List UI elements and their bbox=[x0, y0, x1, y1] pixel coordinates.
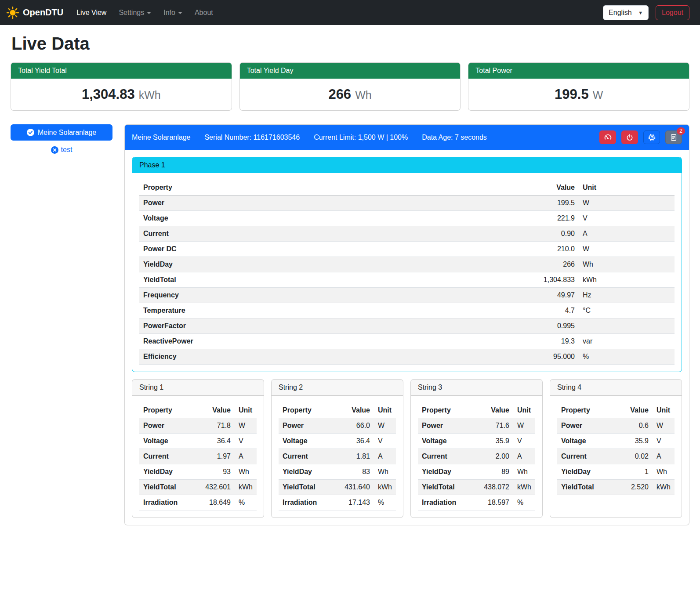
property-cell: ReactivePower bbox=[139, 334, 522, 349]
power-button[interactable] bbox=[621, 130, 638, 144]
value-cell: 0.6 bbox=[606, 418, 653, 434]
unit-cell: Hz bbox=[579, 288, 675, 303]
value-cell: 210.0 bbox=[522, 242, 579, 257]
string-title: String 4 bbox=[550, 380, 682, 396]
property-cell: Irradiation bbox=[279, 495, 328, 510]
unit-cell: Wh bbox=[653, 464, 675, 480]
page-title: Live Data bbox=[11, 34, 689, 54]
nav-live-view[interactable]: Live View bbox=[71, 5, 112, 20]
table-row: Efficiency95.000% bbox=[139, 349, 675, 365]
value-cell: 0.995 bbox=[522, 318, 579, 334]
x-circle-icon bbox=[51, 146, 58, 154]
value-cell: 49.97 bbox=[522, 288, 579, 303]
string-table: Property Value Unit Power0.6WVoltage35.9… bbox=[557, 403, 675, 495]
caret-down-icon bbox=[178, 12, 182, 14]
value-cell: 35.9 bbox=[606, 434, 653, 449]
value-cell: 2.520 bbox=[606, 480, 653, 495]
gauge-icon bbox=[604, 133, 612, 141]
table-row: Current0.90A bbox=[139, 226, 675, 242]
table-row: YieldTotal432.601kWh bbox=[139, 480, 257, 495]
nav-settings-label: Settings bbox=[119, 9, 144, 17]
value-cell: 71.8 bbox=[189, 418, 235, 434]
table-row: YieldDay89Wh bbox=[418, 464, 535, 480]
inverter-limit: Current Limit: 1,500 W | 100% bbox=[314, 134, 408, 141]
nav-about[interactable]: About bbox=[189, 5, 218, 20]
brand[interactable]: OpenDTU bbox=[6, 6, 63, 19]
column-header-value: Value bbox=[328, 403, 374, 418]
value-cell: 0.02 bbox=[606, 449, 653, 464]
limit-settings-button[interactable] bbox=[599, 130, 616, 144]
table-row: Temperature4.7°C bbox=[139, 303, 675, 318]
device-info-button[interactable] bbox=[643, 130, 660, 144]
table-row: Current1.97A bbox=[139, 449, 257, 464]
property-cell: YieldDay bbox=[279, 464, 328, 480]
phase-card: Phase 1 Property Value Unit P bbox=[132, 157, 682, 372]
column-header-value: Value bbox=[522, 180, 579, 195]
chevron-down-icon: ▼ bbox=[638, 10, 643, 15]
property-cell: YieldTotal bbox=[279, 480, 328, 495]
column-header-property: Property bbox=[139, 180, 522, 195]
property-cell: Power bbox=[139, 195, 522, 211]
unit-cell: kWh bbox=[579, 272, 675, 288]
table-header-row: Property Value Unit bbox=[139, 403, 257, 418]
unit-cell: % bbox=[374, 495, 396, 510]
unit-cell: W bbox=[579, 195, 675, 211]
card-total-yield-day: Total Yield Day 266 Wh bbox=[239, 62, 461, 111]
power-icon bbox=[626, 134, 634, 141]
unit-cell: A bbox=[513, 449, 535, 464]
value-cell: 66.0 bbox=[328, 418, 374, 434]
summary-row: Total Yield Total 1,304.83 kWh Total Yie… bbox=[11, 62, 689, 111]
table-row: YieldDay83Wh bbox=[279, 464, 396, 480]
value-cell: 17.143 bbox=[328, 495, 374, 510]
card-title: Total Yield Total bbox=[11, 63, 232, 79]
nav-links: Live View Settings Info About bbox=[71, 5, 603, 20]
event-log-button[interactable]: 2 bbox=[665, 130, 682, 144]
table-row: YieldDay93Wh bbox=[139, 464, 257, 480]
language-select[interactable]: English ▼ bbox=[603, 5, 649, 20]
unit-cell: V bbox=[235, 434, 257, 449]
string-card-1: String 1 Property Value Unit bbox=[132, 379, 264, 518]
card-value: 266 bbox=[328, 87, 351, 102]
value-cell: 93 bbox=[189, 464, 235, 480]
table-row: Voltage35.9V bbox=[557, 434, 675, 449]
nav-info[interactable]: Info bbox=[158, 5, 188, 20]
inverter-serial: Serial Number: 116171603546 bbox=[204, 134, 300, 141]
sidebar-item-active-inverter[interactable]: Meine Solaranlage bbox=[11, 124, 112, 141]
phase-table: Property Value Unit Power199.5WVoltage22… bbox=[139, 180, 675, 365]
column-header-property: Property bbox=[279, 403, 328, 418]
logout-button[interactable]: Logout bbox=[656, 5, 689, 20]
navbar: OpenDTU Live View Settings Info About En… bbox=[0, 0, 700, 25]
property-cell: YieldTotal bbox=[418, 480, 467, 495]
card-unit: Wh bbox=[355, 89, 372, 101]
value-cell: 199.5 bbox=[522, 195, 579, 211]
column-header-value: Value bbox=[189, 403, 235, 418]
property-cell: YieldTotal bbox=[557, 480, 606, 495]
string-title: String 1 bbox=[132, 380, 264, 396]
brand-label: OpenDTU bbox=[23, 7, 63, 18]
table-row: YieldTotal438.072kWh bbox=[418, 480, 535, 495]
unit-cell: V bbox=[374, 434, 396, 449]
card-total-power: Total Power 199.5 W bbox=[468, 62, 689, 111]
table-row: PowerFactor0.995 bbox=[139, 318, 675, 334]
inverter-panel: Meine Solaranlage Serial Number: 1161716… bbox=[124, 124, 689, 525]
unit-cell: kWh bbox=[513, 480, 535, 495]
unit-cell: A bbox=[579, 226, 675, 242]
table-row: Voltage35.9V bbox=[418, 434, 535, 449]
phase-title: Phase 1 bbox=[132, 157, 682, 173]
table-row: Irradiation17.143% bbox=[279, 495, 396, 510]
strings-row: String 1 Property Value Unit bbox=[132, 379, 682, 518]
card-unit: W bbox=[593, 89, 603, 101]
property-cell: Power DC bbox=[139, 242, 522, 257]
unit-cell: Wh bbox=[235, 464, 257, 480]
value-cell: 71.6 bbox=[467, 418, 513, 434]
property-cell: Efficiency bbox=[139, 349, 522, 365]
value-cell: 95.000 bbox=[522, 349, 579, 365]
nav-settings[interactable]: Settings bbox=[113, 5, 156, 20]
sidebar-item-inactive-inverter[interactable]: test bbox=[11, 145, 112, 154]
unit-cell: % bbox=[235, 495, 257, 510]
value-cell: 1,304.833 bbox=[522, 272, 579, 288]
property-cell: Frequency bbox=[139, 288, 522, 303]
card-total-yield-total: Total Yield Total 1,304.83 kWh bbox=[11, 62, 232, 111]
unit-cell: Wh bbox=[513, 464, 535, 480]
property-cell: Voltage bbox=[139, 434, 189, 449]
